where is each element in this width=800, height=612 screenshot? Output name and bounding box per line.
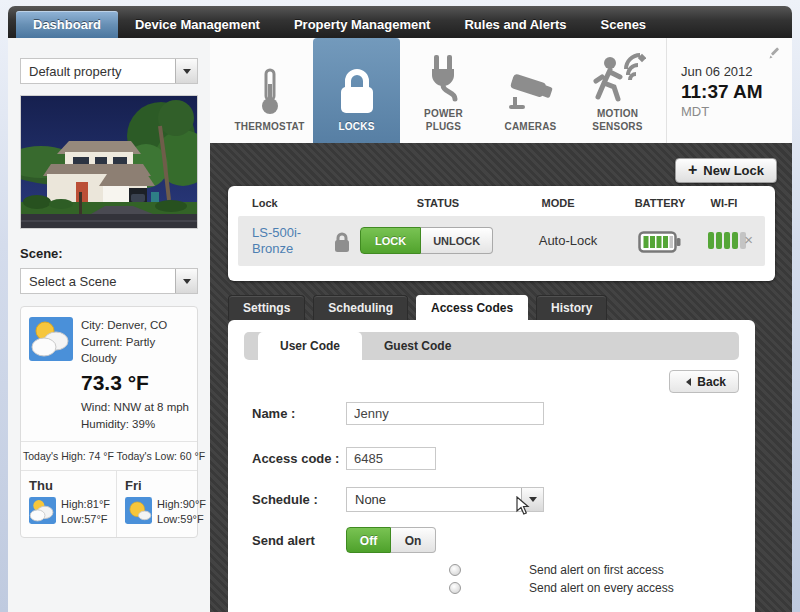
alert-first-access-option: Send alert on first access (449, 563, 664, 577)
property-select-value: Default property (21, 64, 175, 79)
motion-sensor-icon (590, 50, 646, 108)
sidebar: Default property (8, 38, 210, 612)
forecast-high: High:81°F (61, 497, 110, 512)
nav-dashboard[interactable]: Dashboard (16, 11, 118, 38)
lock-button[interactable]: LOCK (360, 227, 421, 254)
back-button[interactable]: Back (669, 370, 739, 393)
chevron-down-icon[interactable] (175, 269, 197, 293)
lock-table-header: Lock STATUS MODE BATTERY WI-FI (228, 186, 775, 215)
device-tab-motion-sensors[interactable]: MOTION SENSORS (574, 38, 661, 143)
schedule-row: Schedule : None (252, 487, 544, 512)
forecast-low: Low:57°F (61, 512, 110, 527)
weather-humidity: Humidity: 39% (81, 416, 189, 433)
weather-today-range: Today's High: 74 °F Today's Low: 60 °F (21, 442, 197, 470)
battery-indicator-icon (638, 230, 682, 258)
device-tab-label: POWER PLUGS (409, 108, 479, 133)
current-time: 11:37 AM (681, 81, 792, 103)
tab-access-codes[interactable]: Access Codes (416, 295, 528, 320)
device-tab-label: LOCKS (322, 121, 392, 134)
schedule-select[interactable]: None (346, 487, 544, 512)
plus-icon: + (688, 161, 697, 179)
scene-select[interactable]: Select a Scene (20, 268, 198, 294)
col-lock: Lock (252, 197, 278, 209)
weather-wind: Wind: NNW at 8 mph (81, 399, 189, 416)
weather-temperature: 73.3 °F (81, 368, 189, 398)
weather-current: Current: Partly Cloudy (81, 334, 189, 367)
current-timezone: MDT (681, 104, 792, 119)
col-wifi: WI-FI (693, 197, 755, 209)
back-arrow-icon (682, 378, 691, 386)
property-select[interactable]: Default property (20, 58, 198, 84)
device-tab-power-plugs[interactable]: POWER PLUGS (400, 38, 487, 143)
subtab-user-code[interactable]: User Code (258, 332, 362, 360)
device-type-bar: THERMOSTAT LOCKS (210, 38, 792, 143)
scene-select-value: Select a Scene (21, 274, 175, 289)
padlock-icon (332, 230, 352, 258)
alert-every-access-option: Send alert on every access (449, 581, 674, 595)
toggle-off-button[interactable]: Off (346, 527, 391, 553)
nav-property-management[interactable]: Property Management (277, 11, 448, 38)
tab-scheduling[interactable]: Scheduling (313, 295, 408, 320)
forecast-day: Fri (125, 478, 206, 493)
tab-history[interactable]: History (536, 295, 607, 320)
nav-scenes[interactable]: Scenes (584, 11, 664, 38)
name-input[interactable] (346, 402, 544, 425)
tab-settings[interactable]: Settings (228, 295, 305, 320)
access-codes-panel: User Code Guest Code Back Name : Access … (228, 320, 755, 612)
radio-every-access[interactable] (449, 582, 461, 594)
forecast-day: Thu (29, 478, 110, 493)
device-tab-thermostat[interactable]: THERMOSTAT (226, 38, 313, 143)
app-window: Dashboard Device Management Property Man… (8, 6, 792, 612)
col-status: STATUS (388, 197, 488, 209)
radio-first-access[interactable] (449, 564, 461, 576)
datetime-panel: Jun 06 2012 11:37 AM MDT (666, 38, 792, 143)
partly-cloudy-icon (29, 317, 73, 433)
camera-icon (505, 63, 557, 121)
close-icon[interactable]: × (744, 232, 753, 247)
weather-widget: City: Denver, CO Current: Partly Cloudy … (20, 306, 198, 538)
property-photo (20, 95, 198, 229)
forecast-fri: Fri High:90°F Low:5 (116, 471, 212, 537)
chevron-down-icon[interactable] (175, 59, 197, 83)
device-tab-label: THERMOSTAT (235, 121, 305, 134)
code-type-subtabs: User Code Guest Code (244, 332, 739, 360)
edit-icon[interactable] (768, 46, 782, 64)
partly-cloudy-icon (29, 497, 56, 528)
lock-table: Lock STATUS MODE BATTERY WI-FI LS-500i-B… (228, 186, 775, 281)
unlock-button[interactable]: UNLOCK (421, 227, 493, 254)
mostly-sunny-icon (125, 497, 152, 528)
radio-every-access-label: Send alert on every access (529, 581, 674, 595)
forecast-thu: Thu High:81°F (21, 471, 116, 537)
nav-device-management[interactable]: Device Management (118, 11, 277, 38)
thermostat-icon (259, 63, 281, 121)
send-alert-toggle: Off On (346, 527, 436, 553)
subtab-guest-code[interactable]: Guest Code (362, 332, 473, 360)
access-code-label: Access code : (252, 451, 346, 466)
device-tab-cameras[interactable]: CAMERAS (487, 38, 574, 143)
weather-city: City: Denver, CO (81, 317, 189, 334)
device-tab-locks[interactable]: LOCKS (313, 38, 400, 143)
top-navbar: Dashboard Device Management Property Man… (8, 6, 792, 38)
lock-name-link[interactable]: LS-500i-Bronze (252, 225, 318, 258)
forecast-low: Low:59°F (157, 512, 206, 527)
power-plug-icon (424, 50, 464, 108)
col-mode: MODE (518, 197, 598, 209)
scene-label: Scene: (20, 246, 198, 261)
device-tab-label: MOTION SENSORS (583, 108, 653, 133)
name-row: Name : (252, 402, 544, 425)
radio-first-access-label: Send alert on first access (529, 563, 664, 577)
locks-workspace: + New Lock Lock STATUS MODE BATTERY WI-F… (210, 143, 792, 612)
table-row: LS-500i-Bronze LOCK UNLOCK Auto-Lock (238, 216, 765, 266)
access-code-input[interactable] (346, 447, 436, 470)
nav-rules-and-alerts[interactable]: Rules and Alerts (447, 11, 583, 38)
send-alert-row: Send alert Off On (252, 527, 436, 553)
lock-icon (335, 63, 379, 121)
chevron-down-icon[interactable] (521, 488, 543, 511)
device-tab-label: CAMERAS (496, 121, 566, 134)
forecast-high: High:90°F (157, 497, 206, 512)
schedule-select-value: None (347, 492, 521, 507)
new-lock-button[interactable]: + New Lock (675, 158, 777, 183)
col-battery: BATTERY (620, 197, 700, 209)
access-code-row: Access code : (252, 447, 436, 470)
toggle-on-button[interactable]: On (391, 527, 436, 553)
